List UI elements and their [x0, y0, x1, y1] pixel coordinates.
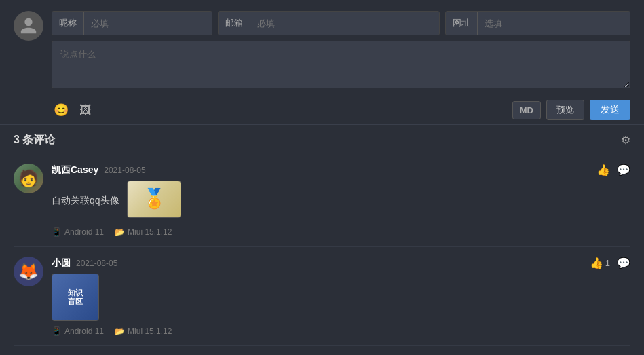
url-input[interactable]	[478, 12, 630, 35]
meta-os-xiaogui: 📱 Android 11	[52, 326, 104, 336]
comment-header-xiaogui: 小圆 2021-08-05 👍 1 💬	[52, 257, 630, 269]
toolbar-icons: 😊 🖼	[52, 100, 506, 119]
section-header: 3 条评论 ⚙	[0, 124, 644, 154]
comment-content-casey: 自动关联qq头像 🏅	[52, 181, 630, 222]
settings-icon[interactable]: ⚙	[621, 134, 630, 147]
like-button-casey[interactable]: 👍	[596, 164, 610, 176]
comment-item: 🧑 凯西Casey 2021-08-05 👍 💬 自动关联qq头像 🏅	[14, 154, 630, 247]
email-field-group: 邮箱	[218, 11, 440, 35]
url-label: 网址	[446, 12, 478, 35]
nickname-label: 昵称	[52, 12, 84, 35]
comment-date-casey: 2021-08-05	[104, 166, 145, 175]
meta-app-casey: 📂 Miui 15.1.12	[115, 227, 172, 237]
phone-icon-casey: 📱	[52, 227, 62, 237]
like-button-xiaogui[interactable]: 👍 1	[590, 257, 610, 269]
folder-icon-xiaogui: 📂	[115, 326, 125, 336]
comment-header-casey: 凯西Casey 2021-08-05 👍 💬	[52, 164, 630, 176]
comment-meta-casey: 📱 Android 11 📂 Miui 15.1.12	[52, 227, 630, 237]
comment-author-xiaogui: 小圆	[52, 257, 71, 269]
markdown-button[interactable]: MD	[512, 101, 541, 119]
comment-date-xiaogui: 2021-08-05	[76, 259, 117, 268]
comment-form: 昵称 邮箱 网址	[0, 0, 644, 96]
section-title: 3 条评论	[14, 133, 55, 147]
toolbar-right: MD 预览 发送	[512, 100, 630, 120]
smile-icon: 😊	[54, 102, 69, 117]
phone-icon-xiaogui: 📱	[52, 326, 62, 336]
preview-button[interactable]: 预览	[546, 100, 584, 120]
comment-actions-casey: 👍 💬	[596, 164, 630, 176]
reply-button-xiaogui[interactable]: 💬	[617, 257, 630, 269]
comment-avatar-xiaogui: 🦊	[14, 257, 43, 286]
nickname-input[interactable]	[84, 12, 212, 35]
comment-textarea[interactable]	[52, 41, 630, 88]
comment-author-casey: 凯西Casey	[52, 164, 98, 176]
comment-actions-xiaogui: 👍 1 💬	[590, 257, 630, 269]
form-fields: 昵称 邮箱 网址	[52, 11, 630, 90]
url-field-group: 网址	[445, 11, 630, 35]
comment-body-xiaogui: 小圆 2021-08-05 👍 1 💬 知识盲区 📱 Android 11	[52, 257, 630, 336]
folder-icon-casey: 📂	[115, 227, 125, 237]
comment-image-casey: 🏅	[127, 181, 181, 218]
nickname-field-group: 昵称	[52, 11, 212, 35]
comment-body-casey: 凯西Casey 2021-08-05 👍 💬 自动关联qq头像 🏅 �	[52, 164, 630, 237]
meta-app-xiaogui: 📂 Miui 15.1.12	[115, 326, 172, 336]
image-button[interactable]: 🖼	[76, 100, 95, 119]
submit-button[interactable]: 发送	[590, 100, 630, 120]
comment-image-xiaogui: 知识盲区	[52, 274, 99, 321]
user-icon	[19, 16, 38, 35]
email-label: 邮箱	[219, 12, 250, 35]
form-toolbar: 😊 🖼 MD 预览 发送	[0, 96, 644, 124]
comment-textarea-wrapper	[52, 41, 630, 90]
user-avatar	[14, 11, 43, 41]
comment-content-xiaogui: 知识盲区	[52, 274, 630, 321]
reply-button-casey[interactable]: 💬	[617, 164, 630, 176]
meta-os-casey: 📱 Android 11	[52, 227, 104, 237]
comments-list: 🧑 凯西Casey 2021-08-05 👍 💬 自动关联qq头像 🏅	[0, 154, 644, 346]
email-input[interactable]	[250, 12, 439, 35]
comment-item-2: 🦊 小圆 2021-08-05 👍 1 💬 知识盲区 📱 An	[14, 247, 630, 346]
form-row-1: 昵称 邮箱 网址	[52, 11, 630, 35]
image-icon: 🖼	[79, 103, 92, 117]
comment-avatar-casey: 🧑	[14, 164, 43, 193]
emoji-button[interactable]: 😊	[52, 100, 71, 119]
comment-meta-xiaogui: 📱 Android 11 📂 Miui 15.1.12	[52, 326, 630, 336]
